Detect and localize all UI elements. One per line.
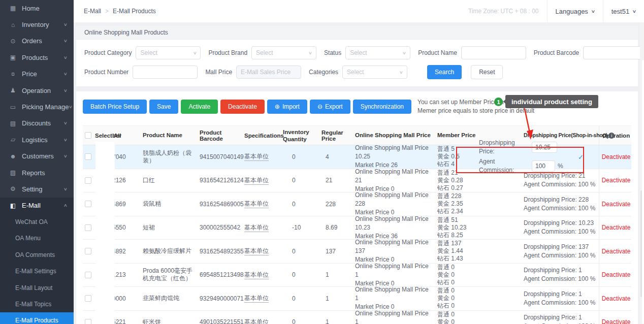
sidebar-item-e-mall-settings[interactable]: E-Mall Settings	[0, 263, 74, 279]
mall-price-label: Mall Price	[205, 69, 232, 76]
agent-commission-text: Agent Commission: 100 %	[524, 322, 597, 324]
product-barcode-input[interactable]	[583, 46, 644, 59]
select-all-checkbox[interactable]	[85, 132, 91, 139]
categories-select[interactable]: Select ∨	[342, 66, 407, 79]
sidebar-item-orders[interactable]: ⊙Orders∨	[0, 33, 74, 49]
sidebar-item-e-mall-products[interactable]: E-Mall Products	[0, 312, 74, 324]
chevron-down-icon: ∨	[63, 55, 68, 60]
table-body: 7040 脱脂成人奶粉（袋装） 9415007040149 基本单位 0 4 O…	[83, 145, 631, 324]
inventory-quantity: 0	[281, 271, 317, 278]
chevron-down-icon: ∨	[63, 39, 68, 43]
deactivate-link[interactable]: Deactivate	[602, 248, 631, 255]
product-brand-select[interactable]: Select ∨	[251, 46, 316, 59]
toolbar-batch-price-setup-button[interactable]: Batch Price Setup	[83, 100, 147, 114]
product-barcode: 6954851213498	[198, 271, 242, 278]
sidebar-item-price[interactable]: ¤Price∨	[0, 66, 74, 82]
row-checkbox[interactable]	[85, 319, 91, 324]
sidebar-item-logistics[interactable]: ▱Logistics∨	[0, 132, 74, 148]
agent-commission-text: Agent Commission: 100 %	[524, 251, 597, 260]
product-name-input[interactable]	[461, 46, 526, 59]
dropshipping-price-text: Dropshipping Price: 21	[524, 172, 597, 180]
user-menu[interactable]: test51 ∨	[603, 0, 644, 22]
sidebar-item-products[interactable]: ▣Products∨	[0, 49, 74, 66]
dropshipping-cell: Dropshipping Price: 10.23Agent Commissio…	[520, 219, 599, 236]
product-number-input[interactable]	[133, 66, 198, 79]
sidebar-item-inventory[interactable]: ⌂Inventory∨	[0, 16, 74, 33]
sidebar-item-reports[interactable]: ▨Reports	[0, 165, 74, 181]
deactivate-link[interactable]: Deactivate	[602, 271, 631, 278]
sidebar-item-e-mall-topics[interactable]: E-Mall Topics	[0, 296, 74, 312]
status-select[interactable]: Select ∨	[345, 46, 410, 59]
deactivate-link[interactable]: Deactivate	[602, 224, 631, 231]
sidebar-item-picking-manage[interactable]: ▭Picking Manage∨	[0, 99, 74, 115]
deactivate-link[interactable]: Deactivate	[602, 318, 631, 324]
content: Online Shopping Mall Products Product Ca…	[74, 23, 644, 324]
breadcrumb-parent[interactable]: E-Mall	[84, 8, 101, 15]
chevron-down-icon: ∨	[63, 138, 68, 142]
chevron-down-icon: ∨	[63, 154, 68, 158]
sidebar-item-discounts[interactable]: ▤Discounts∨	[0, 115, 74, 132]
annotation-arrow-icon	[521, 107, 538, 143]
sidebar-item-e-mall[interactable]: ◧E-Mall∧	[0, 198, 74, 214]
specifications: 基本单位	[244, 271, 269, 279]
toolbar-save-button[interactable]: Save	[149, 100, 178, 114]
mall-price-line: Online Shopping Mall Price 10.25	[355, 144, 433, 161]
agent-commission-text: Agent Commission: 100 %	[524, 180, 597, 189]
row-checkbox[interactable]	[85, 201, 91, 207]
mall-price-line: Online Shopping Mall Price 1	[355, 262, 433, 279]
status-label: Status	[324, 49, 341, 56]
header-number: ber	[111, 133, 141, 139]
customers-icon: ☻	[9, 153, 17, 160]
product-category-select[interactable]: Select ∨	[136, 46, 201, 59]
specifications: 基本单位	[244, 200, 269, 208]
product-name: 韭菜鲜肉馄饨	[141, 295, 198, 302]
chevron-down-icon: ∨	[402, 51, 406, 55]
row-checkbox[interactable]	[85, 224, 91, 231]
number-column-mask	[95, 142, 115, 324]
row-checkbox[interactable]	[85, 153, 91, 160]
sidebar-item-oa-menu[interactable]: OA Menu	[0, 230, 74, 246]
row-checkbox[interactable]	[85, 248, 91, 254]
sidebar-item-wechat-oa[interactable]: WeChat OA	[0, 214, 74, 230]
sidebar-item-customers[interactable]: ☻Customers∨	[0, 148, 74, 165]
languages-menu[interactable]: Languages ∨	[547, 0, 603, 22]
inventory-icon: ⌂	[9, 21, 17, 28]
table-row: 4869 袋鼠精 9316254869005 基本单位 0 228 Online…	[83, 192, 631, 216]
deactivate-link[interactable]: Deactivate	[602, 153, 631, 160]
toolbar-deactivate-button[interactable]: Deactivate	[220, 100, 265, 114]
row-checkbox[interactable]	[85, 295, 91, 302]
inventory-quantity: 0	[281, 248, 317, 255]
deactivate-link[interactable]: Deactivate	[602, 295, 631, 302]
emall-submenu: WeChat OAOA MenuOA CommentsE-Mall Settin…	[0, 214, 74, 324]
sidebar-item-oa-comments[interactable]: OA Comments	[0, 247, 74, 263]
dropshipping-price-input[interactable]	[532, 142, 557, 153]
reset-button[interactable]: Reset	[471, 65, 503, 79]
deactivate-link[interactable]: Deactivate	[602, 201, 631, 208]
mall-price-line: Online Shopping Mall Price 21	[355, 168, 433, 185]
toolbar-export-button[interactable]: ⊖Export	[310, 100, 350, 114]
member-price-line: 黄金 0	[437, 271, 518, 279]
picking-manage-icon: ▭	[9, 104, 17, 111]
mall-price-line: Online Shopping Mall Price 1	[355, 309, 433, 324]
chevron-down-icon: ∨	[308, 51, 312, 55]
sidebar-item-setting[interactable]: ⚙Setting∨	[0, 181, 74, 197]
deactivate-link[interactable]: Deactivate	[602, 177, 631, 184]
confirm-check-icon[interactable]: ✓	[578, 152, 584, 161]
inventory-quantity: 0	[281, 295, 317, 302]
member-price-line: 黄金 0	[437, 318, 518, 324]
table-row: 1213 Proda 6000毫安手机充电宝（红色） 6954851213498…	[83, 264, 631, 287]
header-specifications: Specifications	[242, 133, 281, 139]
toolbar-synchronization-button[interactable]: Synchronization	[353, 100, 411, 114]
toolbar-import-button[interactable]: ⊕Import	[267, 100, 307, 114]
sidebar-scrollbar[interactable]	[642, 60, 644, 324]
row-checkbox[interactable]	[85, 272, 91, 278]
search-button[interactable]: Search	[427, 65, 462, 79]
sidebar-item-e-mall-layout[interactable]: E-Mall Layout	[0, 280, 74, 296]
row-checkbox[interactable]	[85, 177, 91, 184]
sidebar-item-home[interactable]: ▦Home	[0, 0, 74, 16]
member-price-line: 钻石 0.27	[437, 184, 518, 192]
sidebar-item-operation[interactable]: ♟Operation∨	[0, 82, 74, 99]
dropshipping-price-text: Dropshipping Price: 228	[524, 196, 597, 204]
toolbar-activate-button[interactable]: Activate	[181, 100, 218, 114]
agent-commission-text: Agent Commission: 100 %	[524, 299, 597, 307]
